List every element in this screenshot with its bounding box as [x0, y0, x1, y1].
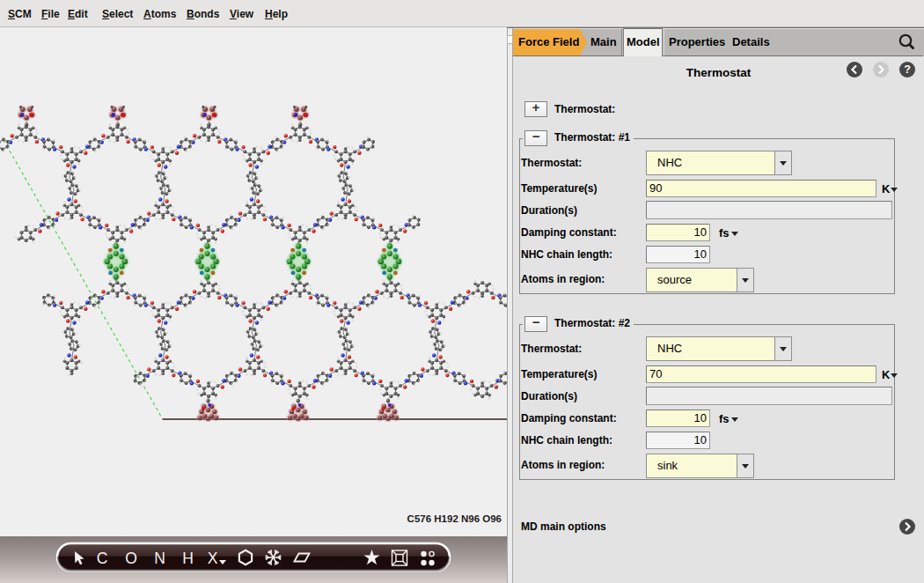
svg-text:C: C — [97, 550, 108, 567]
svg-text:O: O — [125, 550, 137, 567]
svg-text:H: H — [182, 550, 194, 567]
svg-text:X: X — [208, 550, 218, 567]
svg-text:N: N — [154, 550, 165, 567]
svg-text:?: ? — [904, 63, 911, 76]
